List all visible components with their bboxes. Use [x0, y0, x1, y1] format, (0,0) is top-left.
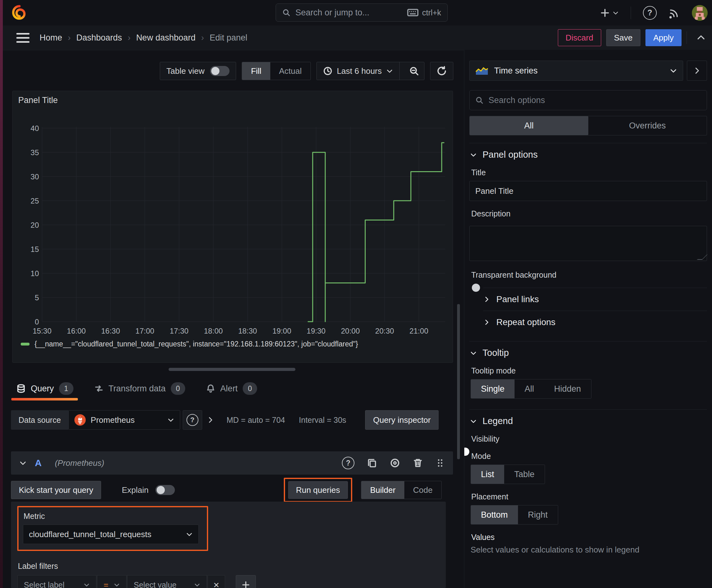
eye-icon[interactable]: [390, 458, 400, 468]
breadcrumb-home[interactable]: Home: [40, 33, 62, 43]
chevron-down-icon: [167, 417, 174, 423]
datasource-help-button[interactable]: ?: [183, 410, 202, 430]
select-label-dropdown[interactable]: Select label: [17, 575, 96, 588]
viz-picker-row: Time series: [469, 61, 707, 81]
new-menu-button[interactable]: [600, 8, 619, 18]
x-axis-tick-label: 20:00: [341, 327, 360, 335]
user-avatar[interactable]: [692, 5, 708, 21]
tab-query[interactable]: Query 1: [15, 380, 75, 397]
tooltip-mode-all[interactable]: All: [515, 379, 544, 398]
legend-values-label: Values: [471, 533, 707, 542]
panel-resize-handle[interactable]: [169, 368, 296, 371]
breadcrumb-new-dashboard[interactable]: New dashboard: [136, 33, 196, 43]
y-axis-tick-label: 25: [30, 197, 39, 205]
tooltip-header[interactable]: Tooltip: [469, 348, 707, 358]
topbar-divider: [631, 6, 631, 19]
builder-option[interactable]: Builder: [361, 481, 404, 499]
breadcrumb-separator: ›: [128, 33, 131, 43]
chevron-down-icon: [194, 582, 200, 588]
add-filter-button[interactable]: [236, 575, 256, 588]
tab-transform[interactable]: Transform data 0: [93, 380, 187, 397]
viz-type-picker[interactable]: Time series: [469, 61, 683, 81]
query-help-icon[interactable]: ?: [342, 457, 354, 469]
trash-icon[interactable]: [413, 458, 423, 468]
help-button[interactable]: ?: [643, 6, 657, 20]
collapse-header-button[interactable]: [696, 33, 706, 42]
operator-dropdown[interactable]: =: [97, 575, 127, 588]
time-range-group: Last 6 hours: [317, 62, 425, 80]
panel-description-input[interactable]: [469, 226, 707, 261]
table-view-toggle[interactable]: [210, 66, 230, 76]
viz-suggestions-button[interactable]: [687, 61, 707, 81]
zoom-out-button[interactable]: [404, 62, 424, 80]
discard-button[interactable]: Discard: [558, 29, 601, 46]
breadcrumb-dashboards[interactable]: Dashboards: [76, 33, 122, 43]
explain-toggle[interactable]: [155, 485, 175, 495]
nav-bar: Home › Dashboards › New dashboard › Edit…: [0, 25, 712, 50]
max-datapoints-stat: MD = auto = 704: [226, 416, 285, 425]
panel-title-input[interactable]: [469, 181, 707, 201]
tab-query-label: Query: [31, 384, 54, 394]
query-options-expand-button[interactable]: [207, 416, 214, 424]
chevron-down-icon[interactable]: [19, 459, 27, 467]
panel-links-header[interactable]: Panel links: [483, 288, 707, 311]
panel-options-header[interactable]: Panel options: [469, 149, 707, 160]
breadcrumb-edit-panel: Edit panel: [210, 33, 247, 43]
options-filter-tabs: All Overrides: [469, 116, 707, 135]
chart-panel-title[interactable]: Panel Title: [18, 96, 58, 105]
y-axis-tick-label: 10: [30, 269, 39, 278]
main-scrollbar[interactable]: [457, 304, 460, 459]
nav-divider: [687, 31, 687, 44]
legend-header[interactable]: Legend: [469, 416, 707, 426]
drag-handle-icon[interactable]: [435, 458, 445, 468]
grafana-logo-icon[interactable]: [11, 4, 28, 21]
panel-options-section: Panel options Title Description Transpar…: [469, 143, 707, 334]
select-value-dropdown[interactable]: Select value: [127, 575, 207, 588]
actual-option[interactable]: Actual: [270, 62, 310, 80]
series-legend-label[interactable]: {__name__="cloudflared_tunnel_total_requ…: [35, 340, 358, 348]
viz-type-value: Time series: [494, 66, 538, 76]
chart-panel: Panel Title 051015202530354015:3016:0016…: [12, 91, 453, 363]
tab-alert[interactable]: Alert 0: [205, 380, 259, 397]
datasource-picker[interactable]: Prometheus: [68, 410, 180, 430]
time-range-button[interactable]: Last 6 hours: [337, 66, 382, 76]
avatar-pixel-art: [692, 5, 708, 21]
apply-button[interactable]: Apply: [645, 29, 682, 46]
tooltip-mode-hidden[interactable]: Hidden: [544, 379, 591, 398]
legend-mode-list[interactable]: List: [471, 465, 504, 484]
chart-legend[interactable]: {__name__="cloudflared_tunnel_total_requ…: [21, 340, 358, 348]
query-ref-header[interactable]: A (Prometheus) ?: [11, 451, 453, 475]
code-option[interactable]: Code: [404, 481, 441, 499]
legend-placement-segmented: Bottom Right: [471, 505, 558, 525]
refresh-icon[interactable]: [436, 66, 447, 76]
title-label: Title: [471, 168, 707, 177]
query-inspector-button[interactable]: Query inspector: [365, 410, 438, 430]
duplicate-icon[interactable]: [367, 458, 377, 468]
legend-placement-label: Placement: [471, 492, 707, 501]
x-axis-tick-label: 16:00: [67, 327, 86, 335]
global-search-placeholder: Search or jump to...: [296, 8, 369, 18]
filter-tab-overrides[interactable]: Overrides: [588, 116, 707, 135]
transparent-bg-label: Transparent background: [471, 270, 707, 279]
repeat-options-header[interactable]: Repeat options: [483, 311, 707, 334]
remove-filter-button[interactable]: ×: [208, 575, 225, 588]
legend-mode-table[interactable]: Table: [504, 465, 545, 484]
legend-placement-bottom[interactable]: Bottom: [471, 505, 518, 524]
menu-toggle-button[interactable]: [16, 33, 29, 43]
filter-tab-all[interactable]: All: [470, 116, 588, 135]
tooltip-mode-single[interactable]: Single: [471, 379, 515, 398]
metric-select[interactable]: cloudflared_tunnel_total_requests: [23, 525, 199, 544]
news-rss-button[interactable]: [669, 7, 680, 19]
run-queries-button[interactable]: Run queries: [288, 481, 348, 499]
chevron-right-icon: [483, 319, 490, 326]
options-search-box[interactable]: Search options: [469, 90, 707, 110]
top-bar: Search or jump to... ctrl+k ?: [0, 0, 712, 26]
global-search-box[interactable]: Search or jump to... ctrl+k: [276, 3, 448, 22]
y-axis-tick-label: 35: [30, 148, 39, 157]
fill-option[interactable]: Fill: [242, 62, 270, 80]
save-button[interactable]: Save: [606, 29, 641, 46]
search-shortcut: ctrl+k: [407, 8, 441, 17]
panel-toolbar: Table view Fill Actual Last 6 hours: [0, 62, 453, 81]
kickstart-query-button[interactable]: Kick start your query: [11, 481, 101, 499]
legend-placement-right[interactable]: Right: [518, 505, 558, 524]
